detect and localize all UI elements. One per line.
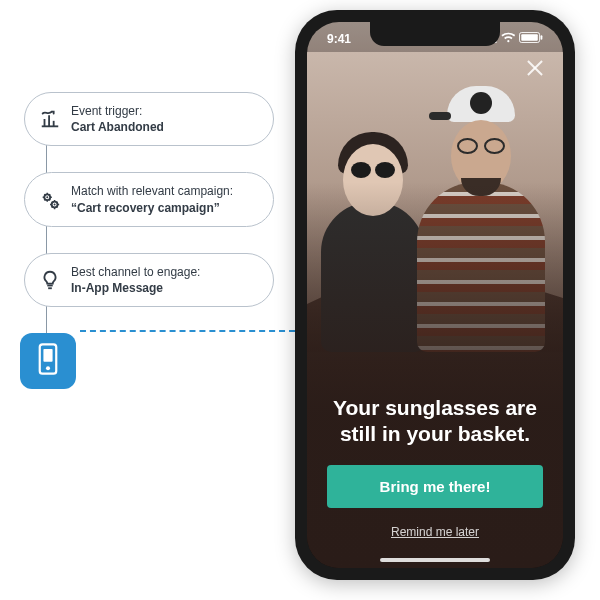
bulb-icon [39, 269, 61, 291]
phone-icon [37, 342, 59, 380]
phone-notch [370, 22, 500, 46]
phone-mockup: 9:41 [295, 10, 575, 580]
flow-step-trigger: Event trigger: Cart Abandoned [24, 92, 274, 146]
in-app-message-screen: 9:41 [307, 22, 563, 568]
flow-step-value: Cart Abandoned [71, 119, 255, 135]
wifi-icon [501, 32, 516, 46]
home-indicator [380, 558, 490, 562]
svg-point-3 [54, 203, 56, 205]
secondary-link[interactable]: Remind me later [391, 525, 479, 539]
phone-screen: 9:41 [307, 22, 563, 568]
flow-step-channel: Best channel to engage: In-App Message [24, 253, 274, 307]
svg-rect-13 [521, 34, 537, 40]
flow-step-label: Event trigger: [71, 103, 255, 119]
close-icon[interactable] [523, 56, 547, 80]
gears-icon [39, 189, 61, 211]
flow-step-label: Best channel to engage: [71, 264, 255, 280]
flow-step-value: “Cart recovery campaign” [71, 200, 255, 216]
message-content: Your sunglasses are still in your basket… [307, 395, 563, 541]
primary-cta-button[interactable]: Bring me there! [327, 465, 543, 508]
svg-point-6 [46, 366, 50, 370]
flow-step-campaign: Match with relevant campaign: “Cart reco… [24, 172, 274, 226]
message-title: Your sunglasses are still in your basket… [327, 395, 543, 448]
status-time: 9:41 [327, 32, 351, 46]
battery-icon [519, 32, 543, 46]
flow-step-label: Match with relevant campaign: [71, 183, 255, 199]
svg-rect-14 [541, 35, 543, 40]
flow-to-phone-connector [80, 330, 295, 332]
svg-point-11 [507, 40, 509, 42]
analytics-icon [39, 108, 61, 130]
svg-rect-5 [43, 349, 52, 362]
campaign-flow: Event trigger: Cart Abandoned Match with… [24, 92, 274, 389]
result-channel-tile [20, 333, 76, 389]
flow-step-value: In-App Message [71, 280, 255, 296]
svg-point-1 [46, 196, 48, 198]
